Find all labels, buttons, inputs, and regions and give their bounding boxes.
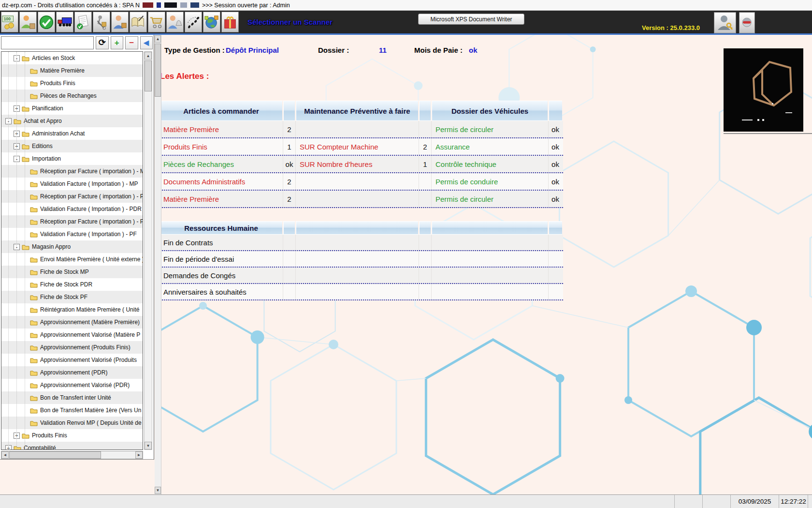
main-vertical-scrollbar[interactable]: ▲ ▼	[155, 35, 161, 494]
gift-button[interactable]	[221, 12, 239, 32]
tree-item[interactable]: +Comptabilité	[1, 442, 143, 450]
tree-item[interactable]: Validation Facture ( Importation ) - MP	[1, 178, 143, 190]
folder-icon	[30, 294, 38, 300]
client-box-icon	[20, 14, 36, 30]
user-session-button[interactable]	[714, 12, 736, 33]
money-button[interactable]: 100	[1, 12, 18, 32]
table-row[interactable]: Matière Première 2 Permis de circuler ok	[160, 191, 563, 208]
tree-item[interactable]: Réintégration Matière Première ( Unité	[1, 303, 143, 316]
hr-cell	[296, 251, 419, 267]
tree-expander[interactable]: +	[14, 131, 20, 137]
delivery-button[interactable]	[56, 12, 73, 32]
tree-expander[interactable]: -	[14, 55, 20, 61]
document-validate-button[interactable]	[74, 12, 92, 32]
tree-item[interactable]: Fiche de Stock PF	[1, 291, 143, 303]
tree-item[interactable]: Fiche de Stock PDR	[1, 278, 143, 291]
tree-item[interactable]: -Articles en Stock	[1, 52, 143, 64]
tree-expander[interactable]: -	[14, 156, 20, 162]
tree-item[interactable]: Pièces de Rechanges	[1, 90, 143, 102]
column-header	[296, 221, 419, 235]
document-check-icon	[75, 14, 91, 30]
refresh-button[interactable]: ⟳	[96, 36, 108, 49]
tree-item[interactable]: Matière Première	[1, 64, 143, 77]
tree-item[interactable]: Réception par Facture ( importation ) - …	[1, 215, 143, 228]
tree-item[interactable]: Réception par Facture ( importation ) - …	[1, 190, 143, 203]
tree-item[interactable]: -Magasin Appro	[1, 240, 143, 253]
supplier-button[interactable]	[111, 12, 129, 32]
journal-button[interactable]	[130, 12, 147, 32]
tree-expander[interactable]: +	[14, 433, 20, 439]
tree-expander[interactable]: +	[14, 143, 20, 149]
scroll-left-icon[interactable]: ◄	[1, 451, 9, 459]
expand-all-button[interactable]: +	[111, 36, 123, 49]
scrollbar-thumb[interactable]	[145, 60, 152, 91]
tree-item[interactable]: Fiche de Stock MP	[1, 266, 143, 278]
tree-item-label: Planification	[32, 105, 63, 112]
tree-item[interactable]: Produits Finis	[1, 77, 143, 90]
column-header: Articles à commander	[160, 101, 283, 121]
tree-item[interactable]: Approvisionnement Valorisé (PDR)	[1, 379, 143, 391]
tree-item[interactable]: Validation Renvoi MP ( Depuis Unité de	[1, 417, 143, 429]
hr-value-cell	[549, 251, 562, 267]
tree-expander[interactable]: -	[5, 118, 12, 124]
scroll-up-icon[interactable]: ▲	[145, 52, 152, 60]
tree-horizontal-scrollbar[interactable]: ◄ ►	[1, 451, 143, 459]
alert-value-cell: ok	[283, 156, 296, 172]
tree-item[interactable]: Approvisionnement (PDR)	[1, 366, 143, 379]
tree-item[interactable]: Approvisionnement (Matière Première)	[1, 316, 143, 329]
tree-item[interactable]: Validation Facture ( Importation ) - PDR	[1, 203, 143, 215]
folder-icon	[30, 80, 38, 87]
table-row[interactable]: Matière Première 2 Permis de circuler ok	[160, 121, 563, 138]
table-row[interactable]: Fin de période d'essai	[160, 251, 563, 268]
tree-item[interactable]: Bon de Transfert inter Unité	[1, 391, 143, 404]
power-button[interactable]	[739, 12, 755, 33]
validate-button[interactable]	[38, 12, 55, 32]
redacted-block	[164, 2, 177, 8]
tree-item[interactable]: -Importation	[1, 152, 143, 165]
scroll-up-icon[interactable]: ▲	[155, 35, 161, 43]
scrollbar-thumb[interactable]	[9, 451, 101, 459]
tree-item[interactable]: +Editions	[1, 140, 143, 152]
tree-item[interactable]: Réception par Facture ( importation ) - …	[1, 165, 143, 178]
tree-item[interactable]: Approvisionnement (Produits Finis)	[1, 341, 143, 354]
tree-item[interactable]: Envoi Matière Première ( Unité externe )	[1, 253, 143, 266]
table-row[interactable]: Documents Administratifs 2 Permis de con…	[160, 173, 563, 191]
purchases-button[interactable]	[148, 12, 165, 32]
table-row[interactable]: Produits Finis 1 SUR Compteur Machine 2 …	[160, 138, 563, 156]
tree-item[interactable]: Approvisionnement Valorisé (Matière P	[1, 329, 143, 341]
traceability-button[interactable]	[185, 12, 202, 32]
printer-selector-button[interactable]: Microsoft XPS Document Writer	[418, 14, 524, 25]
logistics-button[interactable]	[203, 12, 220, 32]
scroll-down-icon[interactable]: ▼	[145, 442, 152, 449]
tree-item[interactable]: Validation Facture ( Importation ) - PF	[1, 228, 143, 240]
collapse-all-button[interactable]: −	[125, 36, 138, 49]
table-row[interactable]: Anniversaires à souhaités	[160, 284, 563, 300]
client-button[interactable]	[19, 12, 37, 32]
collapse-panel-button[interactable]: ◀	[140, 36, 153, 49]
tree-item[interactable]: +Administration Achat	[1, 127, 143, 140]
tree-expander[interactable]: +	[5, 445, 12, 450]
service-button[interactable]	[166, 12, 184, 32]
scrollbar-thumb[interactable]	[155, 44, 161, 97]
tree-item[interactable]: +Produits Finis	[1, 429, 143, 442]
scroll-right-icon[interactable]: ►	[135, 451, 143, 459]
tree-expander[interactable]: -	[14, 244, 20, 250]
table-row[interactable]: Fin de Contrats	[160, 235, 563, 251]
tree-item[interactable]: Bon de Transfert Matière 1ère (Vers Un	[1, 404, 143, 417]
tree-vertical-scrollbar[interactable]: ▲ ▼	[144, 51, 152, 450]
table-row[interactable]: Demandes de Congés	[160, 268, 563, 284]
tree-item[interactable]: -Achat et Appro	[1, 115, 143, 127]
tree-item[interactable]: +Planification	[1, 102, 143, 115]
handling-button[interactable]	[93, 12, 110, 32]
scroll-down-icon[interactable]: ▼	[155, 487, 161, 494]
tree-item[interactable]: Approvisionnement Valorisé (Produits	[1, 354, 143, 366]
select-scanner-link[interactable]: Sélectionner un Scanner	[247, 18, 333, 26]
alert-value-cell: ok	[549, 191, 562, 207]
alert-label-cell: SUR Compteur Machine	[296, 138, 419, 155]
alert-value-cell	[419, 173, 432, 190]
table-row[interactable]: Pièces de Rechanges ok SUR Nombre d'heur…	[160, 156, 563, 173]
hr-label-cell: Fin de Contrats	[160, 235, 283, 250]
folder-icon	[30, 382, 38, 388]
tree-search-input[interactable]	[1, 36, 94, 49]
tree-expander[interactable]: +	[14, 105, 20, 112]
